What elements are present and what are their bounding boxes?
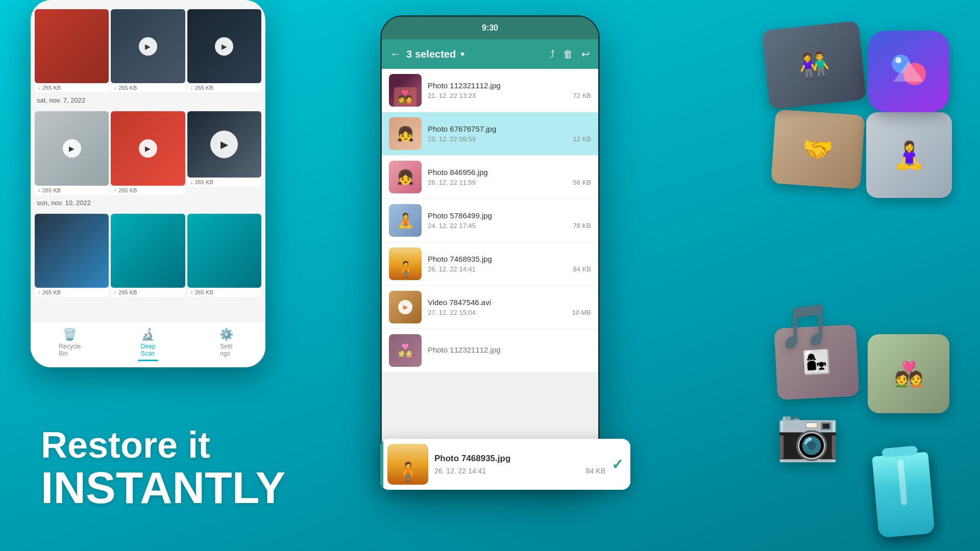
- file-item[interactable]: 👧 Photo 846956.jpg 26. 12. 22 11:59 56 K…: [382, 156, 598, 199]
- toolbar-actions: ⤴ 🗑 ↩: [550, 48, 590, 60]
- file-meta: 23. 12. 22 09:59 12 KB: [428, 135, 591, 143]
- media-grid-sun: ♪ 265 KB ♪ 265 KB ♪ 265 KB: [31, 210, 265, 297]
- thumb-size: 265 KB: [195, 85, 213, 91]
- media-thumb[interactable]: ▶: [111, 111, 185, 185]
- thumb-item: ▶ ♪ 265 KB: [35, 111, 109, 194]
- file-item-video[interactable]: ▶ Video 7847546.avi 27. 12. 22 15:04 10 …: [382, 286, 598, 329]
- play-button[interactable]: ▶: [139, 37, 157, 56]
- file-item-selected[interactable]: 👧 Photo 67676757.jpg 23. 12. 22 09:59 12…: [382, 112, 598, 156]
- dropdown-arrow[interactable]: ▼: [459, 50, 466, 58]
- share-button[interactable]: ⤴: [550, 48, 555, 60]
- thumb-item: ▶ ♪ 265 KB: [111, 9, 185, 92]
- nav-label: DeepScan: [141, 343, 156, 357]
- main-phone: 9:30 ← 3 selected ▼ ⤴ 🗑 ↩ 💑 Photo 112321…: [380, 15, 600, 485]
- file-info: Photo 5786499.jpg 24. 12. 22 17:45 78 KB: [428, 211, 591, 230]
- play-button[interactable]: ▶: [63, 139, 81, 158]
- file-info: Photo 112321112.jpg 21. 12. 22 13:23 72 …: [428, 81, 591, 99]
- section-label-sun: sun, nov. 10, 2022: [31, 196, 265, 210]
- media-thumb[interactable]: ▶: [111, 9, 185, 83]
- file-info: Photo 112321112.jpg: [428, 345, 591, 356]
- card-accent-bar: [380, 439, 383, 490]
- floating-file-info: Photo 7468935.jpg 26. 12. 22 14:41 84 KB: [434, 454, 605, 475]
- media-thumb[interactable]: ▶: [187, 9, 261, 83]
- file-info: Photo 67676757.jpg 23. 12. 22 09:59 12 K…: [428, 124, 591, 143]
- nav-recycle-bin[interactable]: 🗑️ RecycleBin: [31, 326, 109, 363]
- thumb-size: 265 KB: [195, 179, 213, 185]
- floating-file-name: Photo 7468935.jpg: [434, 454, 605, 464]
- file-info: Photo 7468935.jpg 26. 12. 22 14:41 84 KB: [428, 255, 591, 273]
- floating-selected-card[interactable]: 🧍 Photo 7468935.jpg 26. 12. 22 14:41 84 …: [380, 439, 630, 490]
- nav-label: RecycleBin: [59, 343, 81, 357]
- trash-bucket-decoration: [872, 452, 935, 538]
- file-date: 27. 12. 22 15:04: [428, 309, 476, 316]
- thumb-info: ♪ 265 KB: [35, 288, 109, 297]
- restore-button[interactable]: ↩: [581, 48, 590, 60]
- play-button[interactable]: ▶: [210, 131, 238, 158]
- nav-settings[interactable]: ⚙️ Settings: [187, 326, 265, 363]
- media-thumb[interactable]: [35, 9, 109, 83]
- file-meta: 26. 12. 22 14:41 84 KB: [428, 265, 591, 273]
- thumb-info: ♪ 265 KB: [111, 83, 185, 92]
- settings-icon: ⚙️: [219, 328, 233, 341]
- file-date: 24. 12. 22 17:45: [428, 222, 476, 230]
- file-item[interactable]: 💑 Photo 112321112.jpg 21. 12. 22 13:23 7…: [382, 69, 598, 112]
- file-list: 💑 Photo 112321112.jpg 21. 12. 22 13:23 7…: [382, 69, 598, 372]
- toolbar-title: 3 selected ▼: [406, 48, 545, 60]
- deco-hands-photo: 🤝: [771, 109, 865, 189]
- thumb-size: 265 KB: [118, 187, 137, 193]
- nav-deep-scan[interactable]: 🔬 DeepScan: [109, 326, 187, 363]
- nav-active-indicator: [138, 360, 158, 361]
- deco-couple-photo: 👫: [762, 20, 866, 109]
- media-thumb[interactable]: ▶: [187, 111, 261, 178]
- nav-label: Settings: [220, 343, 232, 357]
- media-grid-top: ♪ 265 KB ▶ ♪ 265 KB ▶ ♪ 265 KB: [31, 5, 265, 92]
- deco-couple-sitting-photo: 💑: [868, 334, 949, 413]
- file-date: 26. 12. 22 14:41: [428, 265, 476, 273]
- file-name: Photo 846956.jpg: [428, 168, 591, 177]
- media-thumb[interactable]: ▶: [35, 111, 109, 185]
- status-bar: 9:30: [382, 17, 598, 39]
- file-size: 84 KB: [573, 265, 591, 273]
- camera-decoration: 📷: [776, 404, 840, 464]
- thumb-item: ▶ ♪ 265 KB: [187, 111, 261, 194]
- thumb-size: 265 KB: [42, 85, 61, 91]
- thumb-info: ♪ 265 KB: [35, 186, 109, 195]
- file-item[interactable]: 💑 Photo 112321112.jpg: [382, 329, 598, 372]
- app-icon-decoration: [868, 31, 949, 112]
- hero-text: Restore it INSTANTLY: [41, 425, 285, 510]
- file-size: 72 KB: [573, 92, 591, 99]
- note-icon: ♪: [114, 85, 116, 91]
- note-icon: ♪: [114, 187, 116, 193]
- media-thumb[interactable]: [111, 214, 185, 288]
- thumb-info: ♪ 265 KB: [187, 83, 261, 92]
- file-date: 23. 12. 22 09:59: [428, 135, 476, 143]
- hero-line1: Restore it: [41, 425, 285, 465]
- file-info: Photo 846956.jpg 26. 12. 22 11:59 56 KB: [428, 168, 591, 186]
- thumb-size: 265 KB: [42, 187, 61, 193]
- selected-label: selected: [415, 48, 456, 60]
- status-time: 9:30: [482, 23, 498, 33]
- svg-point-3: [895, 57, 901, 63]
- file-name: Photo 7468935.jpg: [428, 255, 591, 263]
- section-label-sat: sat, nov. 7, 2022: [31, 93, 265, 107]
- checkmark-icon: ✓: [611, 456, 623, 473]
- file-name: Photo 112321112.jpg: [428, 345, 591, 354]
- back-button[interactable]: ←: [390, 47, 401, 61]
- play-button[interactable]: ▶: [215, 37, 233, 56]
- media-thumb[interactable]: [35, 214, 109, 288]
- file-item[interactable]: 🧍 Photo 7468935.jpg 26. 12. 22 14:41 84 …: [382, 242, 598, 286]
- bottom-nav: 🗑️ RecycleBin 🔬 DeepScan ⚙️ Settings: [31, 321, 265, 367]
- file-name: Photo 5786499.jpg: [428, 211, 591, 220]
- thumb-size: 265 KB: [118, 85, 137, 91]
- note-icon: ♪: [190, 85, 193, 91]
- file-name: Photo 112321112.jpg: [428, 81, 591, 90]
- file-info: Video 7847546.avi 27. 12. 22 15:04 10 MB: [428, 298, 591, 316]
- media-thumb[interactable]: [187, 214, 261, 288]
- play-button[interactable]: ▶: [139, 139, 157, 158]
- file-thumbnail: 👧: [389, 161, 422, 193]
- delete-button[interactable]: 🗑: [563, 48, 573, 60]
- file-item[interactable]: 🧘 Photo 5786499.jpg 24. 12. 22 17:45 78 …: [382, 199, 598, 242]
- thumb-info: ♪ 265 KB: [187, 288, 261, 297]
- thumb-item: ♪ 265 KB: [35, 9, 109, 92]
- floating-file-meta: 26. 12. 22 14:41 84 KB: [434, 467, 605, 475]
